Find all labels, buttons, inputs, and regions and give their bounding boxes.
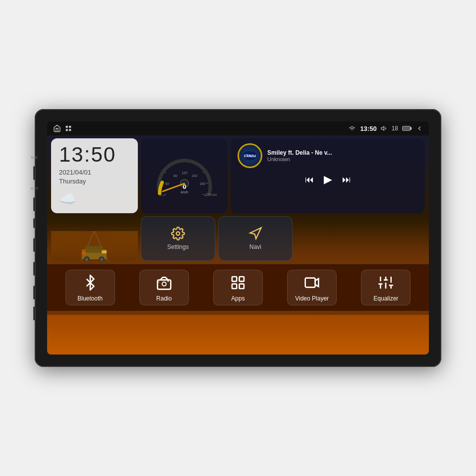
video-player-icon [304, 275, 320, 291]
svg-rect-0 [66, 126, 68, 128]
svg-marker-4 [381, 126, 384, 130]
svg-rect-41 [82, 252, 86, 254]
carfu-logo-icon: CARFU [242, 151, 257, 161]
svg-point-45 [162, 282, 166, 286]
svg-text:220: 220 [205, 193, 211, 196]
mic-label: MIC [31, 156, 38, 159]
settings-icon [171, 227, 185, 240]
svg-rect-49 [239, 277, 244, 281]
svg-text:140: 140 [191, 174, 197, 178]
apps-label: Apps [231, 295, 244, 302]
power-button[interactable] [33, 218, 36, 228]
bluetooth-app-item[interactable]: Bluetooth [65, 270, 115, 305]
radio-icon-wrapper [155, 273, 174, 292]
svg-rect-6 [410, 127, 411, 129]
bluetooth-icon-wrapper [81, 273, 100, 292]
svg-text:km/h: km/h [180, 190, 188, 194]
svg-text:0: 0 [182, 183, 186, 190]
weather-icon: ☁️ [59, 191, 130, 207]
main-content: 13:50 2021/04/01 Thursday ☁️ [47, 135, 429, 355]
vol-up-button[interactable] [33, 306, 36, 320]
navi-label: Navi [249, 243, 261, 250]
svg-rect-48 [232, 277, 237, 281]
svg-text:40: 40 [165, 182, 169, 185]
widgets-row: 13:50 2021/04/01 Thursday ☁️ [47, 135, 429, 216]
volume-icon [381, 125, 388, 132]
back-icon[interactable] [416, 125, 423, 132]
svg-rect-44 [157, 280, 171, 290]
volume-level: 18 [392, 125, 398, 132]
apps-icon-wrapper [229, 273, 247, 292]
music-controls: ⏮ ▶ ⏭ [238, 173, 418, 186]
svg-point-37 [85, 258, 88, 261]
svg-text:80: 80 [174, 174, 178, 178]
app-bar: Bluetooth Radio [47, 264, 429, 311]
svg-marker-53 [315, 279, 319, 287]
apps-icon [230, 275, 246, 291]
speedometer-svg: 0 40 80 120 140 180 220 240 [150, 151, 219, 201]
screen: 13:50 18 [47, 121, 429, 355]
wifi-icon [348, 125, 356, 131]
radio-app-item[interactable]: Radio [139, 270, 189, 305]
device: MIC RST [35, 109, 441, 367]
radio-label: Radio [156, 295, 172, 302]
battery-icon [402, 125, 412, 131]
second-row: Settings Navi [47, 216, 429, 264]
bluetooth-icon [82, 275, 98, 291]
status-bar: 13:50 18 [47, 121, 429, 135]
road-svg [51, 231, 138, 261]
svg-rect-40 [102, 250, 107, 253]
apps-grid-icon[interactable] [65, 125, 72, 132]
play-button[interactable]: ▶ [324, 173, 332, 186]
music-title: Smiley ft. Delia - Ne v... [267, 149, 418, 156]
music-logo: CARFU [238, 143, 262, 168]
side-buttons: MIC RST [31, 156, 39, 320]
svg-rect-7 [403, 127, 410, 130]
music-info: Smiley ft. Delia - Ne v... Unknown [267, 149, 418, 162]
svg-rect-3 [69, 129, 71, 131]
home-icon[interactable] [53, 124, 61, 132]
svg-rect-51 [239, 284, 244, 289]
svg-rect-50 [232, 284, 237, 289]
radio-icon [156, 275, 172, 291]
clock-time: 13:50 [59, 144, 130, 165]
settings-label: Settings [167, 243, 188, 250]
mic-button[interactable] [33, 166, 36, 180]
svg-rect-52 [305, 278, 315, 288]
video-player-label: Video Player [295, 295, 329, 302]
road-scene [51, 231, 138, 261]
svg-text:120: 120 [181, 171, 187, 175]
equalizer-label: Equalizer [373, 295, 398, 302]
svg-rect-2 [66, 129, 68, 131]
back-side-button[interactable] [33, 262, 36, 276]
settings-widget[interactable]: Settings [141, 216, 215, 261]
status-left [53, 124, 72, 132]
clock-widget: 13:50 2021/04/01 Thursday ☁️ [51, 138, 138, 213]
power-button-group [33, 218, 36, 228]
equalizer-icon [378, 275, 394, 291]
apps-app-item[interactable]: Apps [213, 270, 263, 305]
next-button[interactable]: ⏭ [342, 175, 351, 185]
status-time: 13:50 [360, 125, 376, 132]
svg-point-39 [100, 258, 103, 261]
svg-text:CARFU: CARFU [244, 154, 256, 158]
navi-widget[interactable]: Navi [218, 216, 293, 261]
svg-point-42 [177, 232, 180, 236]
svg-text:240: 240 [211, 193, 217, 196]
svg-text:180: 180 [199, 182, 205, 185]
home-side-button[interactable] [33, 238, 36, 252]
equalizer-app-item[interactable]: Equalizer [361, 270, 411, 305]
rst-label: RST [31, 187, 39, 190]
vol-down-button[interactable] [33, 286, 36, 299]
bluetooth-label: Bluetooth [77, 295, 103, 302]
music-artist: Unknown [267, 156, 418, 162]
video-player-app-item[interactable]: Video Player [287, 270, 337, 305]
rst-button[interactable] [33, 197, 36, 211]
video-icon-wrapper [302, 273, 321, 292]
svg-marker-43 [250, 228, 261, 239]
prev-button[interactable]: ⏮ [305, 175, 314, 185]
navigation-icon [248, 227, 262, 240]
speedometer-widget: 0 40 80 120 140 180 220 240 [141, 138, 228, 213]
svg-rect-35 [85, 246, 103, 253]
svg-text:0: 0 [160, 193, 162, 196]
